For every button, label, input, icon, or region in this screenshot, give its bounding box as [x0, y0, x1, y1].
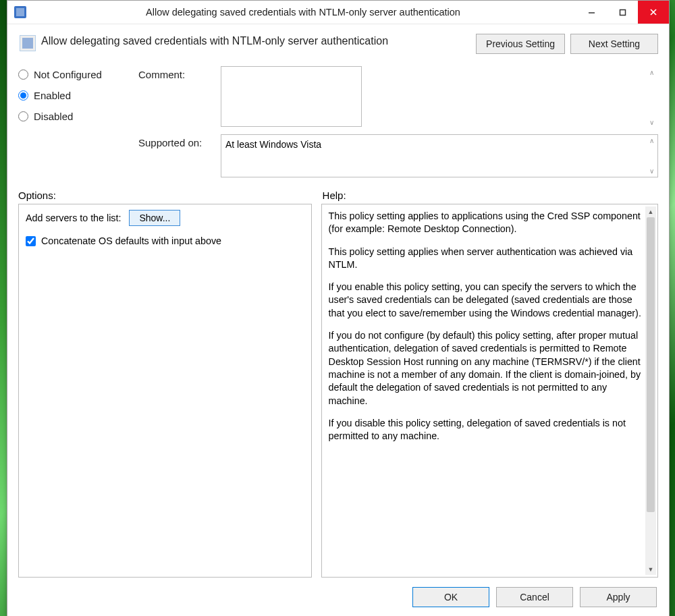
scroll-thumb[interactable] — [647, 217, 655, 512]
section-labels: Options: Help: — [18, 190, 658, 201]
options-label: Options: — [18, 190, 310, 201]
radio-not-configured[interactable]: Not Configured — [18, 69, 138, 80]
help-paragraph: This policy setting applies when server … — [329, 246, 643, 272]
previous-setting-button[interactable]: Previous Setting — [476, 34, 565, 54]
policy-icon — [20, 35, 36, 51]
dialog-footer: OK Cancel Apply — [18, 578, 658, 609]
help-pane: This policy setting applies to applicati… — [321, 204, 658, 578]
panes: Add servers to the list: Show... Concate… — [18, 204, 658, 578]
scroll-down-arrow-icon[interactable]: ▼ — [645, 564, 656, 575]
supported-on-value: At least Windows Vista — [221, 134, 658, 177]
maximize-button[interactable] — [607, 1, 638, 24]
radio-not-configured-label: Not Configured — [34, 69, 102, 80]
concat-checkbox-row[interactable]: Concatenate OS defaults with input above — [26, 235, 304, 246]
radio-disabled[interactable]: Disabled — [18, 111, 138, 122]
scroll-up-arrow-icon[interactable]: ▲ — [645, 206, 656, 217]
supported-label: Supported on: — [138, 134, 221, 148]
radio-disabled-input[interactable] — [18, 111, 28, 121]
show-button[interactable]: Show... — [129, 210, 180, 226]
titlebar: Allow delegating saved credentials with … — [7, 1, 669, 24]
state-radios: Not Configured Enabled Disabled — [18, 66, 138, 183]
info-fields: Comment: ∧∨ Supported on: At least Windo… — [138, 66, 658, 183]
apply-button[interactable]: Apply — [580, 587, 657, 607]
options-pane: Add servers to the list: Show... Concate… — [18, 204, 312, 578]
state-and-fields: Not Configured Enabled Disabled Comment:… — [18, 66, 658, 183]
cancel-button[interactable]: Cancel — [496, 587, 573, 607]
header-row: Allow delegating saved credentials with … — [18, 34, 658, 54]
close-button[interactable] — [638, 1, 669, 24]
window-controls — [576, 1, 669, 24]
comment-textarea[interactable] — [221, 66, 362, 127]
help-paragraph: If you enable this policy setting, you c… — [329, 281, 643, 320]
radio-not-configured-input[interactable] — [18, 69, 28, 80]
scroll-track[interactable] — [645, 217, 656, 564]
help-text: This policy setting applies to applicati… — [322, 204, 657, 577]
add-servers-label: Add servers to the list: — [26, 213, 121, 223]
ok-button[interactable]: OK — [412, 587, 489, 607]
radio-enabled-label: Enabled — [34, 90, 71, 101]
policy-title: Allow delegating saved credentials with … — [41, 34, 476, 47]
radio-enabled-input[interactable] — [18, 90, 28, 101]
concat-checkbox[interactable] — [26, 236, 36, 246]
minimize-button[interactable] — [576, 1, 607, 24]
help-paragraph: If you disable this policy setting, dele… — [329, 417, 643, 443]
svg-rect-1 — [620, 9, 625, 15]
comment-scroll-arrows: ∧∨ — [649, 69, 654, 126]
help-paragraph: If you do not configure (by default) thi… — [329, 329, 643, 408]
help-paragraph: This policy setting applies to applicati… — [329, 210, 643, 236]
radio-enabled[interactable]: Enabled — [18, 90, 138, 101]
window-title: Allow delegating saved credentials with … — [30, 7, 576, 18]
radio-disabled-label: Disabled — [34, 111, 73, 122]
client-area: Allow delegating saved credentials with … — [7, 24, 669, 616]
policy-editor-window: Allow delegating saved credentials with … — [7, 0, 670, 616]
help-label: Help: — [323, 190, 658, 201]
concat-checkbox-label: Concatenate OS defaults with input above — [41, 235, 221, 246]
app-icon — [14, 6, 26, 18]
help-scrollbar[interactable]: ▲ ▼ — [645, 206, 656, 575]
comment-label: Comment: — [138, 66, 221, 80]
next-setting-button[interactable]: Next Setting — [570, 34, 658, 54]
